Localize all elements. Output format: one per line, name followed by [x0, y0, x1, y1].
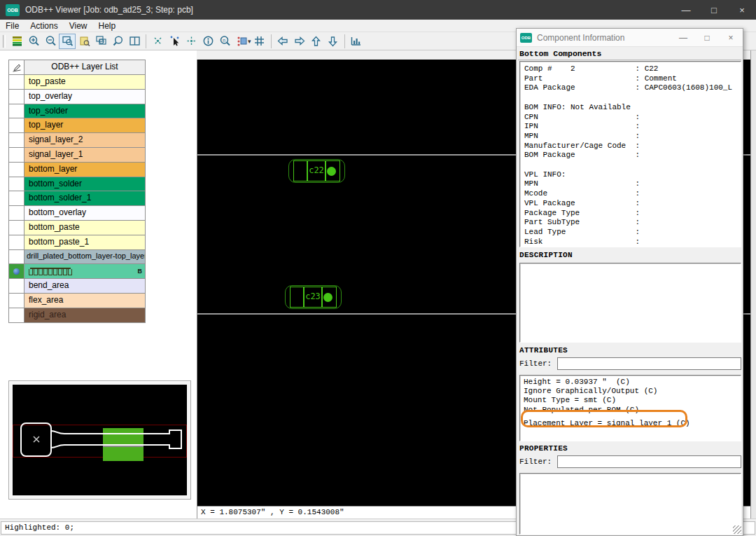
- component-c23[interactable]: c23: [285, 285, 342, 309]
- layer-list-button[interactable]: [8, 34, 25, 49]
- layer-name[interactable]: bottom_paste_1: [24, 235, 146, 250]
- minimize-button[interactable]: —: [672, 0, 700, 20]
- dialog-minimize-button[interactable]: —: [671, 29, 695, 47]
- layer-name[interactable]: bottom_solder_1: [24, 191, 146, 206]
- layer-name[interactable]: bottom_paste: [24, 221, 146, 235]
- layer-name[interactable]: bottom_layer: [24, 163, 146, 177]
- info-button[interactable]: [200, 34, 216, 49]
- layer-row-signal-layer-1[interactable]: signal_layer_1: [9, 148, 146, 163]
- layer-visibility-cell[interactable]: [9, 163, 24, 177]
- layer-visibility-cell[interactable]: [9, 75, 24, 90]
- maximize-button[interactable]: □: [700, 0, 728, 20]
- dialog-titlebar[interactable]: ODB Component Information — □ ×: [517, 29, 743, 47]
- layer-visibility-cell[interactable]: [9, 235, 24, 250]
- layer-name[interactable]: top_paste: [24, 75, 146, 90]
- component-info-text: Comp # 2 : C22 Part : Comment EDA Packag…: [520, 62, 741, 247]
- snap-points-button[interactable]: [149, 34, 166, 49]
- nav-right-icon: [293, 35, 306, 47]
- dialog-close-button[interactable]: ×: [719, 29, 743, 47]
- layer-name[interactable]: bottom_solder: [24, 177, 146, 192]
- layer-name[interactable]: top_overlay: [24, 90, 146, 104]
- layer-name[interactable]: signal_layer_1: [24, 148, 146, 163]
- layer-visibility-cell[interactable]: [9, 90, 24, 104]
- layer-name[interactable]: bend_area: [24, 279, 146, 294]
- layer-visibility-cell[interactable]: [9, 250, 24, 265]
- active-layer-indicator-cell[interactable]: [9, 264, 24, 279]
- select-cursor-button[interactable]: [166, 34, 183, 49]
- find-component-button[interactable]: n: [216, 34, 233, 49]
- menu-file[interactable]: File: [0, 21, 24, 31]
- layer-row-top-paste[interactable]: top_paste: [9, 75, 146, 90]
- layer-visibility-cell[interactable]: [9, 177, 24, 192]
- properties-filter-input[interactable]: [557, 455, 741, 468]
- layer-edit-header-cell[interactable]: [9, 60, 24, 75]
- layer-row-top-overlay[interactable]: top_overlay: [9, 90, 146, 104]
- layer-visibility-cell[interactable]: [9, 104, 24, 119]
- layer-row-bottom-layer[interactable]: bottom_layer: [9, 163, 146, 177]
- layer-row-top-layer[interactable]: top_layer: [9, 118, 146, 133]
- svg-text:n: n: [223, 38, 225, 43]
- close-button[interactable]: ×: [728, 0, 756, 20]
- layer-visibility-cell[interactable]: [9, 279, 24, 294]
- layer-row-bottom-components[interactable]: B: [9, 264, 146, 279]
- snap-points-alt-button[interactable]: [183, 34, 200, 49]
- layer-visibility-cell[interactable]: [9, 221, 24, 235]
- layer-name[interactable]: rigid_area: [24, 308, 146, 323]
- layer-visibility-cell[interactable]: [9, 133, 24, 148]
- odb-viewer-window: ODB ODB++ Viewer [Job: odb_ad25_3; Step:…: [0, 0, 756, 536]
- layer-row-bottom-overlay[interactable]: bottom_overlay: [9, 206, 146, 221]
- menu-view[interactable]: View: [64, 21, 93, 31]
- layer-row-bottom-solder-1[interactable]: bottom_solder_1: [9, 191, 146, 206]
- layer-row-drill[interactable]: drill_plated_bottom_layer-top_layer: [9, 250, 146, 265]
- attribute-item[interactable]: Ignore Graphically/Output (C): [520, 387, 741, 396]
- layer-visibility-cell[interactable]: [9, 191, 24, 206]
- layer-visibility-cell[interactable]: [9, 118, 24, 133]
- nav-left-button[interactable]: [274, 34, 291, 49]
- attributes-filter-input[interactable]: [557, 357, 741, 370]
- zoom-out-button[interactable]: [42, 34, 59, 49]
- layer-visibility-cell[interactable]: [9, 148, 24, 163]
- layer-name[interactable]: drill_plated_bottom_layer-top_layer: [24, 250, 146, 265]
- layer-visibility-cell[interactable]: [9, 308, 24, 323]
- layer-row-bottom-solder[interactable]: bottom_solder: [9, 177, 146, 192]
- layer-row-rigid-area[interactable]: rigid_area: [9, 308, 146, 323]
- nav-down-button[interactable]: [325, 34, 342, 49]
- layer-visibility-cell[interactable]: [9, 294, 24, 308]
- layer-name[interactable]: bottom_overlay: [24, 206, 146, 221]
- layer-name[interactable]: signal_layer_2: [24, 133, 146, 148]
- properties-label: PROPERTIES: [519, 444, 568, 453]
- menu-help[interactable]: Help: [93, 21, 122, 31]
- layer-row-bend-area[interactable]: bend_area: [9, 279, 146, 294]
- grid-button[interactable]: [251, 34, 268, 49]
- zoom-sheet-button[interactable]: [76, 34, 92, 49]
- layer-name[interactable]: top_layer: [24, 118, 146, 133]
- split-view-button[interactable]: [126, 34, 143, 49]
- layer-row-top-solder[interactable]: top_solder: [9, 104, 146, 119]
- dialog-resize-grip[interactable]: [733, 525, 741, 534]
- layer-row-bottom-paste-1[interactable]: bottom_paste_1: [9, 235, 146, 250]
- layer-visibility-cell[interactable]: [9, 206, 24, 221]
- attribute-item[interactable]: Mount Type = smt (C): [520, 396, 741, 405]
- toolbar-grip[interactable]: [3, 35, 6, 48]
- board-preview-panel[interactable]: [8, 380, 191, 500]
- layer-name[interactable]: top_solder: [24, 104, 146, 119]
- dialog-maximize-button[interactable]: □: [695, 29, 719, 47]
- nav-right-button[interactable]: [291, 34, 308, 49]
- zoom-views-button[interactable]: [92, 34, 109, 49]
- pan-zoom-button[interactable]: [109, 34, 126, 49]
- layer-row-signal-layer-2[interactable]: signal_layer_2: [9, 133, 146, 148]
- filter-label: Filter:: [519, 359, 552, 368]
- menu-actions[interactable]: Actions: [24, 21, 63, 31]
- nav-up-button[interactable]: [308, 34, 325, 49]
- layer-name[interactable]: flex_area: [24, 294, 146, 308]
- layer-row-bottom-paste[interactable]: bottom_paste: [9, 221, 146, 235]
- component-c22[interactable]: c22: [288, 159, 345, 183]
- layer-row-flex-area[interactable]: flex_area: [9, 294, 146, 308]
- attribute-item[interactable]: Not Populated per BOM (C): [520, 406, 741, 415]
- attribute-item-placement-layer[interactable]: Placement Layer = signal_layer_1 (C): [520, 419, 741, 428]
- histogram-button[interactable]: [348, 34, 365, 49]
- attribute-item[interactable]: Height = 0.03937 " (C): [520, 378, 741, 387]
- zoom-window-button[interactable]: [59, 34, 76, 49]
- zoom-in-button[interactable]: [25, 34, 42, 49]
- layer-name-pattern[interactable]: B: [24, 264, 146, 279]
